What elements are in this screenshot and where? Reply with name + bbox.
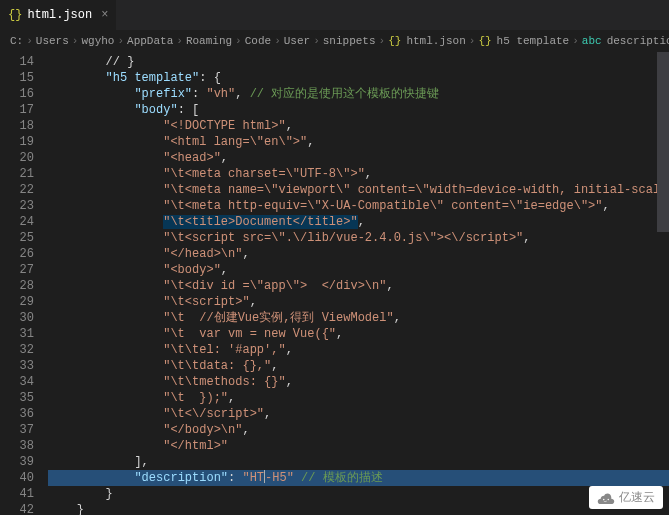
crumb[interactable]: snippets	[323, 35, 376, 47]
scrollbar-thumb[interactable]	[657, 52, 669, 232]
crumb[interactable]: html.json	[406, 35, 465, 47]
cloud-icon	[597, 492, 615, 504]
editor-tab[interactable]: {} html.json ×	[0, 0, 117, 30]
crumb[interactable]: Roaming	[186, 35, 232, 47]
watermark-text: 亿速云	[619, 489, 655, 506]
crumb[interactable]: wgyho	[81, 35, 114, 47]
breadcrumb[interactable]: C:› Users› wgyho› AppData› Roaming› Code…	[0, 30, 669, 52]
svg-point-0	[603, 498, 605, 500]
svg-point-1	[608, 498, 610, 500]
close-icon[interactable]: ×	[101, 8, 108, 22]
crumb[interactable]: User	[284, 35, 310, 47]
code-content[interactable]: // } "h5 template": { "prefix": "vh", //…	[48, 52, 669, 515]
crumb[interactable]: C:	[10, 35, 23, 47]
watermark: 亿速云	[589, 486, 663, 509]
string-icon: abc	[582, 35, 602, 47]
crumb[interactable]: h5 template	[497, 35, 570, 47]
crumb[interactable]: AppData	[127, 35, 173, 47]
object-icon: {}	[478, 35, 491, 47]
json-file-icon: {}	[8, 8, 22, 22]
crumb[interactable]: description	[607, 35, 669, 47]
json-file-icon: {}	[388, 35, 401, 47]
code-editor[interactable]: 1415161718192021222324252627282930313233…	[0, 52, 669, 515]
line-number-gutter: 1415161718192021222324252627282930313233…	[0, 52, 48, 515]
crumb[interactable]: Users	[36, 35, 69, 47]
tab-bar: {} html.json ×	[0, 0, 669, 30]
crumb[interactable]: Code	[245, 35, 271, 47]
tab-label: html.json	[27, 8, 92, 22]
vertical-scrollbar[interactable]	[657, 52, 669, 515]
